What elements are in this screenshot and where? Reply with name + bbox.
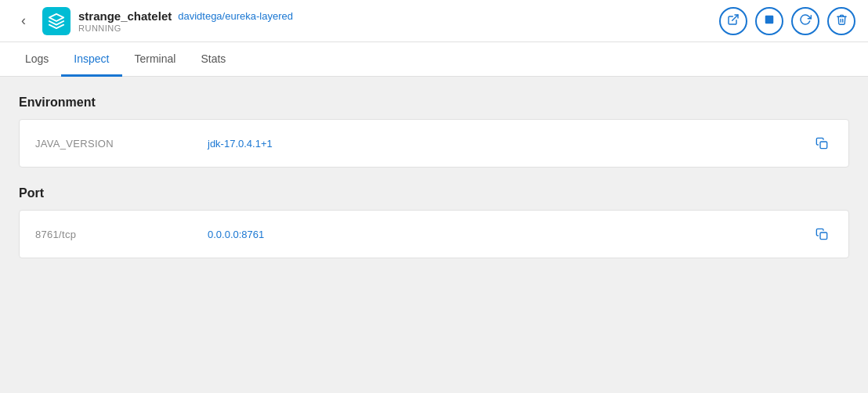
stop-button[interactable]	[755, 7, 783, 35]
tab-stats[interactable]: Stats	[188, 42, 238, 77]
svg-rect-1	[765, 15, 774, 23]
app-icon	[42, 7, 71, 35]
app-link[interactable]: davidtega/eureka-layered	[178, 10, 293, 22]
open-external-icon	[727, 13, 740, 29]
app-info: strange_chatelet davidtega/eureka-layere…	[78, 9, 293, 33]
copy-icon	[816, 228, 828, 240]
port-value-8761: 0.0.0.0:8761	[208, 229, 811, 240]
delete-button[interactable]	[827, 7, 855, 35]
header-actions	[719, 7, 855, 35]
app-status: RUNNING	[78, 23, 293, 33]
back-icon: ‹	[21, 13, 26, 29]
port-key-8761: 8761/tcp	[35, 229, 208, 240]
delete-icon	[836, 13, 848, 29]
inspect-content: Environment JAVA_VERSION jdk-17.0.4.1+1 …	[0, 77, 868, 296]
table-row: JAVA_VERSION jdk-17.0.4.1+1	[20, 120, 848, 167]
svg-line-0	[732, 15, 738, 20]
app-title-row: strange_chatelet davidtega/eureka-layere…	[78, 9, 293, 23]
env-key-java-version: JAVA_VERSION	[35, 138, 208, 150]
port-section-title: Port	[19, 186, 849, 200]
svg-rect-3	[820, 233, 827, 240]
table-row: 8761/tcp 0.0.0.0:8761	[20, 211, 848, 258]
app-header: ‹ strange_chatelet davidtega/eureka-laye…	[0, 0, 868, 42]
stop-icon	[764, 14, 775, 28]
port-section-card: 8761/tcp 0.0.0.0:8761	[19, 210, 849, 258]
restart-button[interactable]	[791, 7, 819, 35]
tab-logs[interactable]: Logs	[13, 42, 61, 77]
back-button[interactable]: ‹	[13, 10, 34, 32]
environment-section-card: JAVA_VERSION jdk-17.0.4.1+1	[19, 119, 849, 168]
header-left: ‹ strange_chatelet davidtega/eureka-laye…	[13, 7, 293, 35]
env-value-java-version: jdk-17.0.4.1+1	[208, 138, 811, 150]
restart-icon	[799, 13, 812, 29]
copy-icon	[816, 137, 828, 150]
container-icon	[48, 13, 65, 30]
tabs-bar: Logs Inspect Terminal Stats	[0, 42, 868, 77]
open-external-button[interactable]	[719, 7, 747, 35]
app-name: strange_chatelet	[78, 9, 172, 23]
tab-terminal[interactable]: Terminal	[122, 42, 189, 77]
copy-port-button[interactable]	[811, 223, 833, 245]
tab-inspect[interactable]: Inspect	[61, 42, 121, 77]
svg-rect-2	[820, 142, 827, 149]
copy-java-version-button[interactable]	[811, 132, 833, 154]
environment-section-title: Environment	[19, 96, 849, 110]
